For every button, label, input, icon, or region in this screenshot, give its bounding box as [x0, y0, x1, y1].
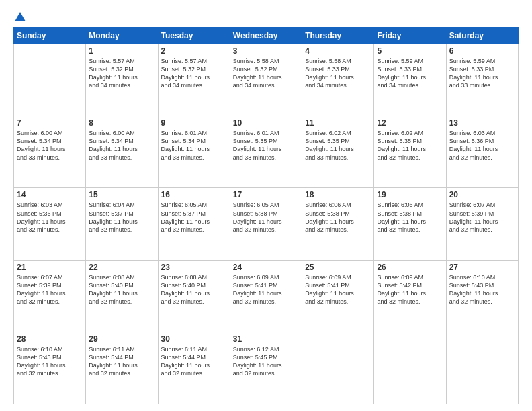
calendar-cell: 17Sunrise: 6:05 AM Sunset: 5:38 PM Dayli…	[230, 188, 302, 260]
calendar-cell: 5Sunrise: 5:59 AM Sunset: 5:33 PM Daylig…	[374, 44, 446, 116]
calendar-cell	[14, 44, 86, 116]
weekday-header-monday: Monday	[86, 28, 158, 44]
logo	[13, 12, 26, 23]
calendar-cell: 25Sunrise: 6:09 AM Sunset: 5:41 PM Dayli…	[302, 260, 374, 332]
day-number: 20	[449, 190, 515, 199]
day-number: 23	[161, 263, 227, 272]
calendar-cell: 19Sunrise: 6:06 AM Sunset: 5:38 PM Dayli…	[374, 188, 446, 260]
day-number: 18	[305, 190, 371, 199]
calendar-week-row: 21Sunrise: 6:07 AM Sunset: 5:39 PM Dayli…	[14, 260, 519, 332]
day-number: 27	[449, 263, 515, 272]
day-info: Sunrise: 6:03 AM Sunset: 5:36 PM Dayligh…	[449, 129, 515, 162]
day-info: Sunrise: 6:04 AM Sunset: 5:37 PM Dayligh…	[89, 201, 154, 234]
logo-triangle-icon	[15, 12, 26, 21]
day-number: 15	[89, 190, 154, 199]
calendar-cell	[302, 332, 374, 404]
page: SundayMondayTuesdayWednesdayThursdayFrid…	[0, 0, 532, 411]
day-info: Sunrise: 5:59 AM Sunset: 5:33 PM Dayligh…	[377, 57, 443, 90]
calendar-cell	[374, 332, 446, 404]
calendar-week-row: 1Sunrise: 5:57 AM Sunset: 5:32 PM Daylig…	[14, 44, 519, 116]
calendar-cell: 4Sunrise: 5:58 AM Sunset: 5:33 PM Daylig…	[302, 44, 374, 116]
weekday-header-saturday: Saturday	[446, 28, 518, 44]
day-info: Sunrise: 6:00 AM Sunset: 5:34 PM Dayligh…	[89, 129, 154, 162]
day-number: 25	[305, 263, 371, 272]
day-info: Sunrise: 6:07 AM Sunset: 5:39 PM Dayligh…	[449, 201, 515, 234]
day-info: Sunrise: 5:58 AM Sunset: 5:32 PM Dayligh…	[233, 57, 299, 90]
weekday-header-sunday: Sunday	[14, 28, 86, 44]
calendar-cell	[446, 332, 518, 404]
day-info: Sunrise: 6:11 AM Sunset: 5:44 PM Dayligh…	[161, 345, 227, 378]
calendar-cell: 27Sunrise: 6:10 AM Sunset: 5:43 PM Dayli…	[446, 260, 518, 332]
day-number: 13	[449, 118, 515, 128]
weekday-header-wednesday: Wednesday	[230, 28, 302, 44]
calendar-cell: 12Sunrise: 6:02 AM Sunset: 5:35 PM Dayli…	[374, 116, 446, 188]
day-number: 7	[17, 118, 83, 128]
day-info: Sunrise: 6:05 AM Sunset: 5:38 PM Dayligh…	[233, 201, 299, 234]
calendar-cell: 10Sunrise: 6:01 AM Sunset: 5:35 PM Dayli…	[230, 116, 302, 188]
calendar-cell: 31Sunrise: 6:12 AM Sunset: 5:45 PM Dayli…	[230, 332, 302, 404]
calendar-cell: 8Sunrise: 6:00 AM Sunset: 5:34 PM Daylig…	[86, 116, 158, 188]
calendar-week-row: 28Sunrise: 6:10 AM Sunset: 5:43 PM Dayli…	[14, 332, 519, 404]
weekday-header-tuesday: Tuesday	[158, 28, 230, 44]
day-info: Sunrise: 6:01 AM Sunset: 5:35 PM Dayligh…	[233, 129, 299, 162]
calendar-cell: 15Sunrise: 6:04 AM Sunset: 5:37 PM Dayli…	[86, 188, 158, 260]
calendar-cell: 28Sunrise: 6:10 AM Sunset: 5:43 PM Dayli…	[14, 332, 86, 404]
day-number: 9	[161, 118, 227, 128]
calendar-cell: 2Sunrise: 5:57 AM Sunset: 5:32 PM Daylig…	[158, 44, 230, 116]
calendar-cell: 16Sunrise: 6:05 AM Sunset: 5:37 PM Dayli…	[158, 188, 230, 260]
day-info: Sunrise: 6:06 AM Sunset: 5:38 PM Dayligh…	[305, 201, 371, 234]
calendar-week-row: 7Sunrise: 6:00 AM Sunset: 5:34 PM Daylig…	[14, 116, 519, 188]
header	[13, 12, 519, 23]
day-number: 19	[377, 190, 443, 199]
day-info: Sunrise: 6:00 AM Sunset: 5:34 PM Dayligh…	[17, 129, 83, 162]
calendar-header-row: SundayMondayTuesdayWednesdayThursdayFrid…	[14, 28, 519, 44]
day-info: Sunrise: 6:09 AM Sunset: 5:42 PM Dayligh…	[377, 273, 443, 306]
day-info: Sunrise: 5:59 AM Sunset: 5:33 PM Dayligh…	[449, 57, 515, 90]
day-number: 11	[305, 118, 371, 128]
calendar-cell: 9Sunrise: 6:01 AM Sunset: 5:34 PM Daylig…	[158, 116, 230, 188]
day-info: Sunrise: 6:10 AM Sunset: 5:43 PM Dayligh…	[449, 273, 515, 306]
calendar-cell: 30Sunrise: 6:11 AM Sunset: 5:44 PM Dayli…	[158, 332, 230, 404]
calendar-cell: 14Sunrise: 6:03 AM Sunset: 5:36 PM Dayli…	[14, 188, 86, 260]
calendar-cell: 1Sunrise: 5:57 AM Sunset: 5:32 PM Daylig…	[86, 44, 158, 116]
calendar-cell: 6Sunrise: 5:59 AM Sunset: 5:33 PM Daylig…	[446, 44, 518, 116]
calendar-cell: 24Sunrise: 6:09 AM Sunset: 5:41 PM Dayli…	[230, 260, 302, 332]
day-number: 28	[17, 334, 83, 344]
day-number: 26	[377, 263, 443, 272]
day-info: Sunrise: 6:09 AM Sunset: 5:41 PM Dayligh…	[305, 273, 371, 306]
calendar-cell: 22Sunrise: 6:08 AM Sunset: 5:40 PM Dayli…	[86, 260, 158, 332]
calendar-cell: 3Sunrise: 5:58 AM Sunset: 5:32 PM Daylig…	[230, 44, 302, 116]
day-info: Sunrise: 6:08 AM Sunset: 5:40 PM Dayligh…	[161, 273, 227, 306]
calendar-cell: 11Sunrise: 6:02 AM Sunset: 5:35 PM Dayli…	[302, 116, 374, 188]
calendar-table: SundayMondayTuesdayWednesdayThursdayFrid…	[13, 27, 519, 404]
day-number: 24	[233, 263, 299, 272]
day-info: Sunrise: 6:02 AM Sunset: 5:35 PM Dayligh…	[377, 129, 443, 162]
day-number: 3	[233, 46, 299, 56]
day-number: 17	[233, 190, 299, 199]
day-info: Sunrise: 6:08 AM Sunset: 5:40 PM Dayligh…	[89, 273, 154, 306]
day-number: 4	[305, 46, 371, 56]
weekday-header-friday: Friday	[374, 28, 446, 44]
day-info: Sunrise: 6:02 AM Sunset: 5:35 PM Dayligh…	[305, 129, 371, 162]
day-info: Sunrise: 5:58 AM Sunset: 5:33 PM Dayligh…	[305, 57, 371, 90]
day-info: Sunrise: 6:10 AM Sunset: 5:43 PM Dayligh…	[17, 345, 83, 378]
calendar-cell: 18Sunrise: 6:06 AM Sunset: 5:38 PM Dayli…	[302, 188, 374, 260]
calendar-cell: 20Sunrise: 6:07 AM Sunset: 5:39 PM Dayli…	[446, 188, 518, 260]
day-number: 5	[377, 46, 443, 56]
day-info: Sunrise: 6:09 AM Sunset: 5:41 PM Dayligh…	[233, 273, 299, 306]
day-number: 30	[161, 334, 227, 344]
day-info: Sunrise: 6:01 AM Sunset: 5:34 PM Dayligh…	[161, 129, 227, 162]
day-info: Sunrise: 6:06 AM Sunset: 5:38 PM Dayligh…	[377, 201, 443, 234]
weekday-header-thursday: Thursday	[302, 28, 374, 44]
day-info: Sunrise: 6:11 AM Sunset: 5:44 PM Dayligh…	[89, 345, 154, 378]
day-number: 16	[161, 190, 227, 199]
day-number: 10	[233, 118, 299, 128]
calendar-cell: 23Sunrise: 6:08 AM Sunset: 5:40 PM Dayli…	[158, 260, 230, 332]
calendar-week-row: 14Sunrise: 6:03 AM Sunset: 5:36 PM Dayli…	[14, 188, 519, 260]
day-number: 6	[449, 46, 515, 56]
day-info: Sunrise: 6:05 AM Sunset: 5:37 PM Dayligh…	[161, 201, 227, 234]
day-number: 14	[17, 190, 83, 199]
day-number: 8	[89, 118, 154, 128]
day-info: Sunrise: 5:57 AM Sunset: 5:32 PM Dayligh…	[89, 57, 154, 90]
day-number: 22	[89, 263, 154, 272]
